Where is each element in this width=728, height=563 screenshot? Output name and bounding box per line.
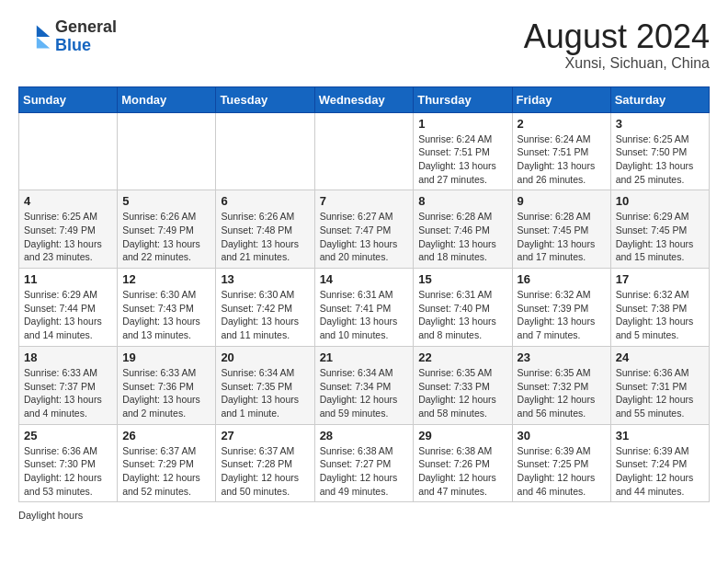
calendar-cell bbox=[19, 112, 118, 190]
day-info: Sunrise: 6:39 AMSunset: 7:24 PMDaylight:… bbox=[616, 444, 704, 499]
day-number: 7 bbox=[320, 194, 409, 208]
day-info: Sunrise: 6:36 AMSunset: 7:31 PMDaylight:… bbox=[616, 366, 704, 420]
header-day-saturday: Saturday bbox=[610, 86, 709, 112]
day-number: 16 bbox=[518, 272, 606, 286]
calendar-cell: 9Sunrise: 6:28 AMSunset: 7:45 PMDaylight… bbox=[512, 190, 610, 269]
footer-note: Daylight hours bbox=[18, 510, 710, 521]
calendar-week-2: 4Sunrise: 6:25 AMSunset: 7:49 PMDaylight… bbox=[19, 190, 710, 269]
day-number: 10 bbox=[616, 194, 704, 208]
day-number: 28 bbox=[320, 429, 409, 442]
day-number: 9 bbox=[518, 194, 606, 208]
day-number: 13 bbox=[221, 272, 309, 286]
day-info: Sunrise: 6:38 AMSunset: 7:27 PMDaylight:… bbox=[320, 444, 409, 499]
day-info: Sunrise: 6:34 AMSunset: 7:34 PMDaylight:… bbox=[320, 366, 409, 420]
day-number: 11 bbox=[24, 272, 112, 286]
calendar-cell: 18Sunrise: 6:33 AMSunset: 7:37 PMDayligh… bbox=[19, 346, 118, 424]
day-number: 30 bbox=[518, 429, 606, 442]
page-header: General Blue August 2024 Xunsi, Sichuan,… bbox=[18, 18, 710, 72]
day-number: 17 bbox=[616, 272, 704, 286]
calendar-week-4: 18Sunrise: 6:33 AMSunset: 7:37 PMDayligh… bbox=[19, 346, 710, 424]
day-info: Sunrise: 6:24 AMSunset: 7:51 PMDaylight:… bbox=[518, 132, 606, 187]
day-info: Sunrise: 6:24 AMSunset: 7:51 PMDaylight:… bbox=[418, 132, 506, 187]
day-number: 25 bbox=[24, 429, 112, 442]
calendar-cell: 19Sunrise: 6:33 AMSunset: 7:36 PMDayligh… bbox=[118, 346, 216, 424]
day-number: 3 bbox=[616, 117, 704, 131]
day-number: 20 bbox=[221, 350, 309, 364]
day-number: 4 bbox=[24, 194, 112, 208]
day-info: Sunrise: 6:35 AMSunset: 7:32 PMDaylight:… bbox=[518, 366, 606, 420]
calendar-cell: 2Sunrise: 6:24 AMSunset: 7:51 PMDaylight… bbox=[512, 112, 610, 190]
day-number: 8 bbox=[418, 194, 506, 208]
calendar-cell: 25Sunrise: 6:36 AMSunset: 7:30 PMDayligh… bbox=[19, 424, 118, 502]
calendar-cell: 26Sunrise: 6:37 AMSunset: 7:29 PMDayligh… bbox=[118, 424, 216, 502]
calendar-header: SundayMondayTuesdayWednesdayThursdayFrid… bbox=[19, 86, 710, 112]
day-info: Sunrise: 6:27 AMSunset: 7:47 PMDaylight:… bbox=[320, 210, 409, 264]
location-subtitle: Xunsi, Sichuan, China bbox=[524, 55, 710, 72]
day-number: 12 bbox=[122, 272, 210, 286]
calendar-cell: 15Sunrise: 6:31 AMSunset: 7:40 PMDayligh… bbox=[414, 269, 512, 347]
header-day-wednesday: Wednesday bbox=[314, 86, 414, 112]
day-info: Sunrise: 6:38 AMSunset: 7:26 PMDaylight:… bbox=[418, 444, 506, 499]
calendar-cell: 5Sunrise: 6:26 AMSunset: 7:49 PMDaylight… bbox=[118, 190, 216, 269]
calendar-cell: 8Sunrise: 6:28 AMSunset: 7:46 PMDaylight… bbox=[414, 190, 512, 269]
day-info: Sunrise: 6:34 AMSunset: 7:35 PMDaylight:… bbox=[221, 366, 309, 420]
calendar-cell: 4Sunrise: 6:25 AMSunset: 7:49 PMDaylight… bbox=[19, 190, 118, 269]
day-number: 5 bbox=[122, 194, 210, 208]
calendar-cell: 31Sunrise: 6:39 AMSunset: 7:24 PMDayligh… bbox=[610, 424, 709, 502]
day-info: Sunrise: 6:25 AMSunset: 7:50 PMDaylight:… bbox=[616, 132, 704, 187]
calendar-cell: 10Sunrise: 6:29 AMSunset: 7:45 PMDayligh… bbox=[610, 190, 709, 269]
logo: General Blue bbox=[18, 18, 117, 55]
day-info: Sunrise: 6:29 AMSunset: 7:44 PMDaylight:… bbox=[24, 288, 112, 342]
calendar-cell: 23Sunrise: 6:35 AMSunset: 7:32 PMDayligh… bbox=[512, 346, 610, 424]
svg-marker-1 bbox=[37, 37, 50, 49]
logo-blue: Blue bbox=[55, 36, 91, 54]
header-row: SundayMondayTuesdayWednesdayThursdayFrid… bbox=[19, 86, 710, 112]
svg-marker-0 bbox=[37, 25, 50, 37]
logo-icon bbox=[18, 20, 51, 53]
calendar-cell: 17Sunrise: 6:32 AMSunset: 7:38 PMDayligh… bbox=[610, 269, 709, 347]
calendar-week-1: 1Sunrise: 6:24 AMSunset: 7:51 PMDaylight… bbox=[19, 112, 710, 190]
calendar-cell: 12Sunrise: 6:30 AMSunset: 7:43 PMDayligh… bbox=[118, 269, 216, 347]
calendar-cell bbox=[314, 112, 414, 190]
day-info: Sunrise: 6:30 AMSunset: 7:42 PMDaylight:… bbox=[221, 288, 309, 342]
logo-general: General bbox=[55, 17, 117, 36]
day-info: Sunrise: 6:28 AMSunset: 7:45 PMDaylight:… bbox=[518, 210, 606, 264]
day-number: 15 bbox=[418, 272, 506, 286]
calendar-body: 1Sunrise: 6:24 AMSunset: 7:51 PMDaylight… bbox=[19, 112, 710, 502]
calendar-cell: 11Sunrise: 6:29 AMSunset: 7:44 PMDayligh… bbox=[19, 269, 118, 347]
day-number: 1 bbox=[418, 117, 506, 131]
day-info: Sunrise: 6:36 AMSunset: 7:30 PMDaylight:… bbox=[24, 444, 112, 499]
day-info: Sunrise: 6:28 AMSunset: 7:46 PMDaylight:… bbox=[418, 210, 506, 264]
calendar-cell: 20Sunrise: 6:34 AMSunset: 7:35 PMDayligh… bbox=[216, 346, 314, 424]
day-info: Sunrise: 6:33 AMSunset: 7:36 PMDaylight:… bbox=[122, 366, 210, 420]
day-number: 14 bbox=[320, 272, 409, 286]
calendar-cell: 13Sunrise: 6:30 AMSunset: 7:42 PMDayligh… bbox=[216, 269, 314, 347]
calendar-cell: 16Sunrise: 6:32 AMSunset: 7:39 PMDayligh… bbox=[512, 269, 610, 347]
calendar-table: SundayMondayTuesdayWednesdayThursdayFrid… bbox=[18, 86, 710, 503]
day-info: Sunrise: 6:39 AMSunset: 7:25 PMDaylight:… bbox=[518, 444, 606, 499]
calendar-cell bbox=[118, 112, 216, 190]
day-info: Sunrise: 6:25 AMSunset: 7:49 PMDaylight:… bbox=[24, 210, 112, 264]
header-day-sunday: Sunday bbox=[19, 86, 118, 112]
day-info: Sunrise: 6:26 AMSunset: 7:49 PMDaylight:… bbox=[122, 210, 210, 264]
day-number: 27 bbox=[221, 429, 309, 442]
calendar-cell: 1Sunrise: 6:24 AMSunset: 7:51 PMDaylight… bbox=[414, 112, 512, 190]
calendar-cell: 24Sunrise: 6:36 AMSunset: 7:31 PMDayligh… bbox=[610, 346, 709, 424]
calendar-cell: 27Sunrise: 6:37 AMSunset: 7:28 PMDayligh… bbox=[216, 424, 314, 502]
day-info: Sunrise: 6:30 AMSunset: 7:43 PMDaylight:… bbox=[122, 288, 210, 342]
day-number: 18 bbox=[24, 350, 112, 364]
calendar-cell: 30Sunrise: 6:39 AMSunset: 7:25 PMDayligh… bbox=[512, 424, 610, 502]
day-info: Sunrise: 6:37 AMSunset: 7:28 PMDaylight:… bbox=[221, 444, 309, 499]
day-number: 31 bbox=[616, 429, 704, 442]
day-number: 21 bbox=[320, 350, 409, 364]
day-number: 2 bbox=[518, 117, 606, 131]
calendar-week-5: 25Sunrise: 6:36 AMSunset: 7:30 PMDayligh… bbox=[19, 424, 710, 502]
month-year-title: August 2024 bbox=[524, 18, 710, 55]
day-info: Sunrise: 6:37 AMSunset: 7:29 PMDaylight:… bbox=[122, 444, 210, 499]
day-number: 19 bbox=[122, 350, 210, 364]
day-info: Sunrise: 6:29 AMSunset: 7:45 PMDaylight:… bbox=[616, 210, 704, 264]
day-number: 26 bbox=[122, 429, 210, 442]
day-info: Sunrise: 6:35 AMSunset: 7:33 PMDaylight:… bbox=[418, 366, 506, 420]
calendar-cell: 7Sunrise: 6:27 AMSunset: 7:47 PMDaylight… bbox=[314, 190, 414, 269]
daylight-label: Daylight hours bbox=[18, 510, 83, 521]
